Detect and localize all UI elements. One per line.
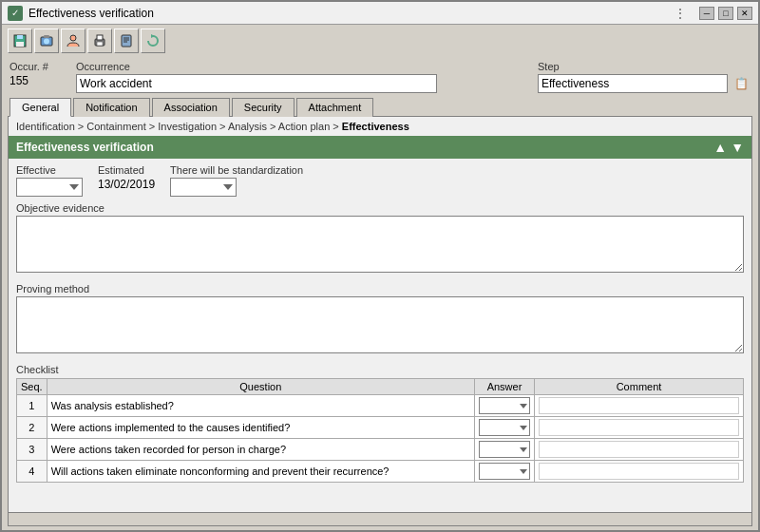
- proving-label: Proving method: [16, 283, 744, 294]
- step-input[interactable]: [538, 74, 728, 93]
- row2-answer-select[interactable]: Yes No: [479, 419, 530, 436]
- occurrence-input[interactable]: [76, 74, 437, 93]
- row4-comment-input[interactable]: [539, 463, 739, 480]
- row1-comment-cell: [535, 395, 744, 417]
- row2-question: Were actions implemented to the causes i…: [47, 417, 474, 439]
- table-row: 4 Will actions taken eliminate nonconfor…: [17, 461, 744, 483]
- horizontal-scrollbar[interactable]: [9, 512, 751, 525]
- tab-notification[interactable]: Notification: [73, 98, 149, 117]
- standardization-field: There will be standardization Yes No: [170, 164, 303, 197]
- row1-seq: 1: [17, 395, 48, 417]
- step-group: Step 📋: [538, 61, 750, 93]
- breadcrumb-investigation: Investigation: [158, 121, 217, 132]
- svg-point-6: [70, 35, 76, 41]
- checklist-label: Checklist: [16, 364, 744, 375]
- minimize-button[interactable]: ─: [699, 7, 714, 20]
- breadcrumb-identification: Identification: [16, 121, 75, 132]
- breadcrumb-analysis: Analysis: [228, 121, 267, 132]
- row4-answer-select[interactable]: Yes No: [479, 463, 530, 480]
- main-content: Identification > Containment > Investiga…: [8, 116, 752, 526]
- step-icon[interactable]: 📋: [732, 74, 750, 93]
- col-comment: Comment: [535, 379, 744, 395]
- restore-button[interactable]: □: [718, 7, 733, 20]
- table-row: 2 Were actions implemented to the causes…: [17, 417, 744, 439]
- svg-marker-14: [151, 34, 155, 38]
- section-header: Effectiveness verification ▲ ▼: [9, 136, 751, 159]
- breadcrumb-sep5: >: [332, 121, 341, 132]
- svg-point-4: [44, 39, 49, 45]
- objective-textarea[interactable]: [16, 216, 744, 273]
- breadcrumb-current: Effectiveness: [342, 121, 409, 132]
- row1-question: Was analysis established?: [47, 395, 474, 417]
- effective-dropdown[interactable]: Yes No: [16, 178, 83, 197]
- step-input-row: 📋: [538, 74, 750, 93]
- col-seq: Seq.: [17, 379, 48, 395]
- print-button[interactable]: [87, 28, 112, 53]
- occur-value: 155: [10, 74, 57, 87]
- proving-textarea[interactable]: [16, 296, 744, 353]
- title-bar: ✓ Effectiveness verification ⋮ ─ □ ✕: [2, 2, 758, 25]
- book-button[interactable]: [114, 28, 139, 53]
- breadcrumb-sep3: >: [219, 121, 228, 132]
- svg-rect-8: [97, 35, 103, 40]
- main-window: ✓ Effectiveness verification ⋮ ─ □ ✕: [0, 0, 760, 532]
- standardization-dropdown[interactable]: Yes No: [170, 178, 237, 197]
- row3-comment-cell: [535, 439, 744, 461]
- estimated-label: Estimated: [98, 164, 155, 176]
- photo-button[interactable]: [34, 28, 59, 53]
- refresh-button[interactable]: [141, 28, 165, 53]
- row1-answer-select[interactable]: Yes No: [479, 397, 530, 414]
- section-toggle-scroll[interactable]: ▼: [731, 140, 744, 155]
- breadcrumb-sep1: >: [78, 121, 86, 132]
- row2-comment-input[interactable]: [539, 419, 739, 436]
- row1-comment-input[interactable]: [539, 397, 739, 414]
- top-fields-row: Effective Yes No Estimated 13/02/2019 Th…: [16, 164, 744, 197]
- row3-answer-cell: Yes No: [475, 439, 535, 461]
- breadcrumb: Identification > Containment > Investiga…: [9, 117, 751, 136]
- row4-question: Will actions taken eliminate nonconformi…: [47, 461, 474, 483]
- row3-comment-input[interactable]: [539, 441, 739, 458]
- proving-section: Proving method: [16, 283, 744, 356]
- tab-general[interactable]: General: [10, 98, 71, 117]
- checklist-section: Checklist Seq. Question Answer Comment 1: [16, 364, 744, 483]
- toolbar: [2, 25, 758, 57]
- occur-group: Occur. # 155: [10, 61, 57, 87]
- window-title: Effectiveness verification: [28, 7, 154, 20]
- checklist-table: Seq. Question Answer Comment 1 Was analy…: [16, 378, 744, 483]
- svg-rect-10: [122, 35, 131, 47]
- breadcrumb-action-plan: Action plan: [278, 121, 330, 132]
- title-bar-left: ✓ Effectiveness verification: [8, 6, 154, 21]
- row3-question: Were actions taken recorded for person i…: [47, 439, 474, 461]
- estimated-field: Estimated 13/02/2019: [98, 164, 155, 191]
- objective-section: Objective evidence: [16, 202, 744, 276]
- menu-dots[interactable]: ⋮: [674, 6, 688, 21]
- breadcrumb-sep2: >: [149, 121, 158, 132]
- estimated-value: 13/02/2019: [98, 178, 155, 191]
- tab-association[interactable]: Association: [152, 98, 230, 117]
- table-row: 3 Were actions taken recorded for person…: [17, 439, 744, 461]
- tab-attachment[interactable]: Attachment: [296, 98, 374, 117]
- window-icon: ✓: [8, 6, 23, 21]
- row2-answer-cell: Yes No: [475, 417, 535, 439]
- section-body: Effective Yes No Estimated 13/02/2019 Th…: [9, 159, 751, 512]
- tabs-container: General Notification Association Securit…: [2, 97, 758, 116]
- row3-answer-select[interactable]: Yes No: [479, 441, 530, 458]
- col-answer: Answer: [475, 379, 535, 395]
- user-button[interactable]: [61, 28, 86, 53]
- occurrence-label: Occurrence: [76, 61, 437, 72]
- col-question: Question: [47, 379, 474, 395]
- tab-security[interactable]: Security: [232, 98, 294, 117]
- effective-field: Effective Yes No: [16, 164, 83, 197]
- effective-label: Effective: [16, 164, 83, 176]
- row2-seq: 2: [17, 417, 48, 439]
- row1-answer-cell: Yes No: [475, 395, 535, 417]
- close-button[interactable]: ✕: [737, 7, 752, 20]
- row3-seq: 3: [17, 439, 48, 461]
- section-toggle-up[interactable]: ▲: [713, 140, 727, 155]
- section-title: Effectiveness verification: [16, 141, 154, 154]
- row2-comment-cell: [535, 417, 744, 439]
- objective-label: Objective evidence: [16, 202, 744, 214]
- svg-rect-9: [97, 42, 103, 46]
- save-button[interactable]: [8, 28, 32, 53]
- occurrence-group: Occurrence: [76, 61, 437, 93]
